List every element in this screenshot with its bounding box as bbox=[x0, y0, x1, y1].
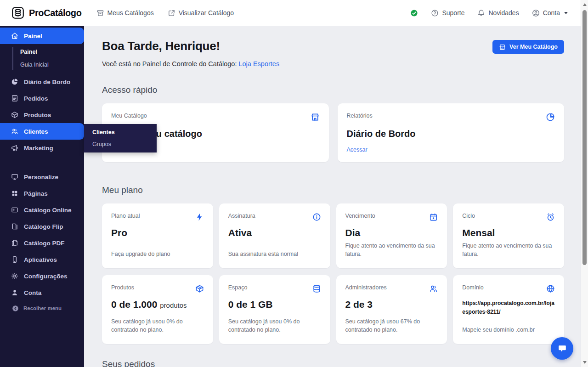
sidebar-item-painel[interactable]: Painel bbox=[0, 28, 84, 44]
book-icon bbox=[11, 223, 18, 230]
database-icon bbox=[312, 284, 321, 293]
monitor-icon bbox=[11, 173, 18, 181]
card-label: Assinatura bbox=[228, 213, 255, 219]
chat-bubble-icon bbox=[557, 344, 567, 354]
sidebar-item-conta[interactable]: Conta bbox=[0, 284, 84, 301]
card-title: 0 de 1 GB bbox=[228, 299, 321, 310]
card-title-suffix: produtos bbox=[160, 301, 187, 309]
submenu-item-guia-inicial[interactable]: Guia Inicial bbox=[20, 62, 84, 68]
submenu-item-painel[interactable]: Painel bbox=[20, 49, 84, 55]
plan-grid-row1: Plano atual Pro Faça upgrade do plano As… bbox=[102, 203, 564, 268]
sidebar-item-paginas[interactable]: Páginas bbox=[0, 185, 84, 202]
file-text-icon bbox=[11, 95, 18, 102]
chevron-down-icon bbox=[564, 12, 568, 14]
catalog-name-link[interactable]: Loja Esportes bbox=[238, 60, 279, 68]
sidebar-item-personalize[interactable]: Personalize bbox=[0, 169, 84, 185]
sidebar-item-produtos[interactable]: Produtos bbox=[0, 107, 84, 123]
card-espaco: Espaço 0 de 1 GB Seu catálogo já usou 0%… bbox=[219, 275, 330, 344]
navbar-links: Meus Catálogos Visualizar Catálogo bbox=[96, 9, 234, 17]
page-header: Boa Tarde, Henrique! Ver Meu Catálogo bbox=[102, 39, 564, 54]
lightning-icon bbox=[195, 213, 204, 221]
nav-meus-catalogos-label: Meus Catálogos bbox=[107, 9, 154, 17]
procatalogo-logo-icon bbox=[11, 6, 25, 20]
flyout-item-grupos[interactable]: Grupos bbox=[92, 141, 148, 147]
section-title-acesso-rapido: Acesso rápido bbox=[102, 85, 564, 95]
brand-logo[interactable]: ProCatálogo bbox=[11, 6, 82, 20]
scrollbar-down-arrow-icon[interactable] bbox=[583, 361, 587, 364]
cube-icon bbox=[11, 111, 18, 119]
card-label: Ciclo bbox=[462, 213, 475, 219]
alarm-clock-icon bbox=[546, 213, 555, 221]
sidebar-item-marketing[interactable]: Marketing bbox=[0, 140, 84, 156]
card-label: Produtos bbox=[111, 284, 134, 291]
user-icon bbox=[11, 289, 18, 296]
users-icon bbox=[11, 128, 18, 135]
external-link-icon bbox=[168, 9, 175, 17]
brand-name: ProCatálogo bbox=[29, 8, 82, 18]
nav-conta[interactable]: Conta bbox=[532, 9, 568, 17]
acessar-link[interactable]: Acessar bbox=[347, 147, 368, 153]
card-title: Ativa bbox=[228, 227, 321, 238]
nav-visualizar-catalogo[interactable]: Visualizar Catálogo bbox=[168, 9, 234, 17]
sidebar-item-label: Catálogo Flip bbox=[24, 223, 63, 230]
flyout-item-clientes[interactable]: Clientes bbox=[92, 129, 148, 136]
sidebar: Painel Painel Guia Inicial Diário de Bor… bbox=[0, 26, 84, 367]
card-label: Relatórios bbox=[347, 113, 373, 119]
vertical-scrollbar[interactable] bbox=[581, 0, 588, 367]
card-label: Plano atual bbox=[111, 213, 140, 219]
card-ciclo: Ciclo Mensal Fique atento ao vencimento … bbox=[453, 203, 564, 268]
card-subtitle: Seu catálogo já usou 0% do contratado no… bbox=[228, 317, 321, 335]
sidebar-item-label: Catálogo PDF bbox=[24, 240, 65, 247]
sidebar-collapse-button[interactable]: Recolher menu bbox=[0, 301, 84, 315]
info-icon bbox=[312, 213, 321, 221]
sidebar-item-catalogo-flip[interactable]: Catálogo Flip bbox=[0, 218, 84, 235]
sidebar-item-configuracoes[interactable]: Configurações bbox=[0, 268, 84, 284]
card-label: Administradores bbox=[345, 284, 387, 291]
sidebar-item-label: Personalize bbox=[24, 174, 58, 181]
help-circle-icon bbox=[431, 9, 439, 17]
card-subtitle: Fique atento ao vencimento da sua fatura… bbox=[345, 242, 438, 259]
top-navbar: ProCatálogo Meus Catálogos Visualiza bbox=[0, 0, 588, 26]
house-icon bbox=[11, 32, 18, 40]
card-subtitle: Fique atento ao vencimento da sua fatura… bbox=[462, 242, 555, 259]
section-title-seus-pedidos: Seus pedidos bbox=[102, 359, 564, 367]
ver-meu-catalogo-button[interactable]: Ver Meu Catálogo bbox=[492, 40, 564, 54]
card-label: Domínio bbox=[462, 284, 484, 291]
sidebar-item-catalogo-online[interactable]: Catálogo Online bbox=[0, 202, 84, 218]
card-subtitle: Seu catálogo já usou 67% do contratado n… bbox=[345, 317, 438, 335]
nav-suporte[interactable]: Suporte bbox=[431, 9, 464, 17]
sidebar-item-label: Pedidos bbox=[24, 95, 48, 102]
bell-icon bbox=[477, 9, 485, 17]
chat-widget-button[interactable] bbox=[551, 337, 573, 360]
sidebar-item-diario-de-bordo[interactable]: Diário de Bordo bbox=[0, 73, 84, 90]
card-relatorios: Relatórios Diário de Bordo Acessar bbox=[338, 103, 565, 162]
gear-icon bbox=[11, 272, 18, 280]
card-assinatura: Assinatura Ativa Sua assinatura está nor… bbox=[219, 203, 330, 268]
pie-chart-icon bbox=[11, 78, 18, 85]
nav-meus-catalogos[interactable]: Meus Catálogos bbox=[96, 9, 154, 17]
status-check-icon[interactable] bbox=[410, 9, 418, 17]
card-title: Mensal bbox=[462, 227, 555, 238]
page-subtitle: Você está no Painel de Controle do Catál… bbox=[102, 60, 564, 68]
scrollbar-thumb[interactable] bbox=[582, 10, 587, 265]
card-title: Dia bbox=[345, 227, 438, 238]
scrollbar-up-arrow-icon[interactable] bbox=[583, 3, 587, 6]
sidebar-item-catalogo-pdf[interactable]: Catálogo PDF bbox=[0, 235, 84, 251]
sidebar-item-aplicativos[interactable]: Aplicativos bbox=[0, 251, 84, 268]
painel-submenu: Painel Guia Inicial bbox=[12, 47, 84, 70]
plan-grid-row2: Produtos 0 de 1.000 produtos Seu catálog… bbox=[102, 275, 564, 344]
sidebar-item-label: Produtos bbox=[24, 112, 51, 119]
storefront-icon bbox=[311, 113, 320, 122]
card-title: Pro bbox=[111, 227, 204, 238]
sidebar-item-label: Diário de Bordo bbox=[24, 79, 70, 85]
domain-url[interactable]: https://app.procatalogo.com.br/lojaespor… bbox=[462, 299, 555, 316]
clientes-flyout-menu: Clientes Grupos bbox=[84, 124, 157, 152]
sidebar-item-label: Painel bbox=[24, 33, 42, 40]
user-circle-icon bbox=[532, 9, 540, 17]
sidebar-item-pedidos[interactable]: Pedidos bbox=[0, 90, 84, 107]
card-dominio: Domínio https://app.procatalogo.com.br/l… bbox=[453, 275, 564, 344]
nav-novidades[interactable]: Novidades bbox=[477, 9, 519, 17]
sidebar-item-label: Páginas bbox=[24, 190, 48, 197]
megaphone-icon bbox=[11, 144, 18, 152]
sidebar-item-clientes[interactable]: Clientes bbox=[0, 123, 84, 140]
